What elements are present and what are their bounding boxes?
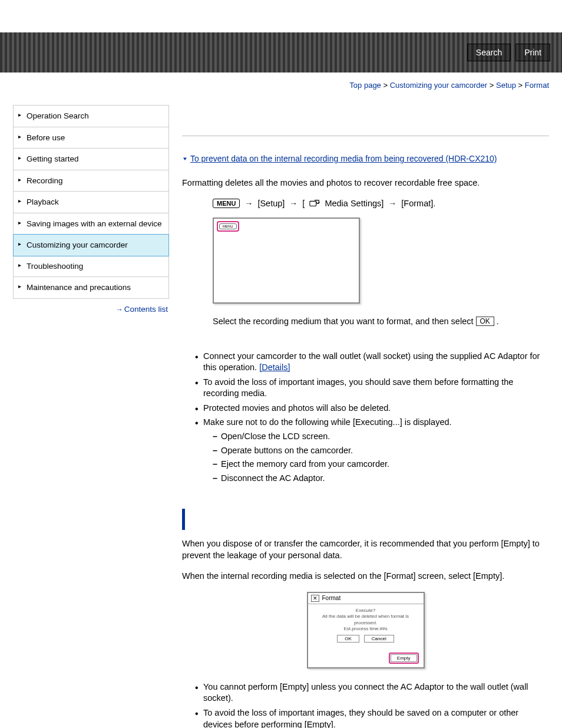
arrow-icon: → xyxy=(289,199,297,208)
breadcrumb-format[interactable]: Format xyxy=(525,81,549,90)
dialog-line3: Est.process time:##s xyxy=(313,626,419,632)
note-item: Make sure not to do the following while … xyxy=(195,417,549,484)
sidebar-list: Operation Search Before use Getting star… xyxy=(13,105,169,299)
sidebar-item-maintenance[interactable]: Maintenance and precautions xyxy=(14,277,168,298)
intro-paragraph: Formatting deletes all the movies and ph… xyxy=(182,177,549,189)
path-setup: [Setup] xyxy=(257,199,285,208)
arrow-icon: → xyxy=(244,199,253,208)
para-select-empty: When the internal recording media is sel… xyxy=(182,571,549,582)
toc-prevent-recovery-link[interactable]: To prevent data on the internal recordin… xyxy=(182,154,497,163)
breadcrumb-customizing[interactable]: Customizing your camcorder xyxy=(390,81,487,90)
dialog-line2: All the data will be deleted when format… xyxy=(313,614,419,626)
sidebar: Operation Search Before use Getting star… xyxy=(13,94,169,728)
dialog-cancel-button: Cancel xyxy=(364,635,394,643)
empty-button-highlight: Empty xyxy=(389,653,419,664)
menu-button-icon: MENU xyxy=(213,199,240,208)
breadcrumb-setup[interactable]: Setup xyxy=(496,81,516,90)
notes-list-1: Connect your camcorder to the wall outle… xyxy=(182,351,549,485)
dialog-line1: Execute? xyxy=(313,608,419,614)
close-icon: ✕ xyxy=(311,595,319,602)
note-item: Connect your camcorder to the wall outle… xyxy=(195,351,549,374)
svg-rect-0 xyxy=(310,201,316,206)
path-format: [Format]. xyxy=(401,199,435,208)
sidebar-item-playback[interactable]: Playback xyxy=(14,192,168,213)
arrow-icon: → xyxy=(388,199,396,208)
format-dialog-mockup: ✕ Format Execute? All the data will be d… xyxy=(307,592,425,668)
header-band: Search Print xyxy=(0,32,562,73)
menu-path: MENU → [Setup] → [Media Settings] → [For… xyxy=(213,199,549,208)
note-item: To avoid the loss of important images, t… xyxy=(195,707,549,728)
path-bracket: [ xyxy=(302,199,305,208)
divider xyxy=(182,136,549,136)
details-link[interactable]: [Details] xyxy=(259,363,290,372)
sidebar-item-operation-search[interactable]: Operation Search xyxy=(14,106,168,127)
menu-chip-label: MENU xyxy=(219,223,237,229)
dash-item: Eject the memory card from your camcorde… xyxy=(213,459,549,470)
breadcrumb-sep: > xyxy=(490,81,494,90)
media-settings-icon xyxy=(309,199,320,207)
dash-item: Open/Close the LCD screen. xyxy=(213,431,549,443)
path-media: Media Settings] xyxy=(325,199,384,208)
select-text-b: . xyxy=(497,317,499,326)
ok-button-icon: OK xyxy=(476,317,494,326)
para-dispose: When you dispose of or transfer the camc… xyxy=(182,538,549,561)
breadcrumb-sep: > xyxy=(518,81,523,90)
dialog-ok-button: OK xyxy=(337,635,359,643)
dialog-title: Format xyxy=(322,595,341,601)
breadcrumb: Top page > Customizing your camcorder > … xyxy=(0,73,562,94)
section-anchor xyxy=(182,509,549,530)
search-button[interactable]: Search xyxy=(467,44,511,61)
sidebar-item-saving-images[interactable]: Saving images with an external device xyxy=(14,213,168,235)
sidebar-item-before-use[interactable]: Before use xyxy=(14,127,168,149)
select-text-a: Select the recording medium that you wan… xyxy=(213,317,474,326)
main-content: To prevent data on the internal recordin… xyxy=(169,94,549,728)
sidebar-item-getting-started[interactable]: Getting started xyxy=(14,149,168,170)
sidebar-item-troubleshooting[interactable]: Troubleshooting xyxy=(14,256,168,278)
dash-list: Open/Close the LCD screen. Operate butto… xyxy=(203,431,549,484)
dash-item: Disconnect the AC Adaptor. xyxy=(213,473,549,485)
sidebar-item-customizing[interactable]: Customizing your camcorder xyxy=(13,234,169,256)
note-item: To avoid the loss of important images, y… xyxy=(195,377,549,400)
breadcrumb-top[interactable]: Top page xyxy=(349,81,381,90)
contents-list-link[interactable]: Contents list xyxy=(124,305,168,314)
dialog-empty-button: Empty xyxy=(391,654,417,662)
note-item: You cannot perform [Empty] unless you co… xyxy=(195,681,549,704)
select-instruction: Select the recording medium that you wan… xyxy=(213,317,549,326)
print-button[interactable]: Print xyxy=(515,44,550,61)
note-item: Protected movies and photos will also be… xyxy=(195,403,549,414)
menu-chip-highlight: MENU xyxy=(217,221,239,232)
screen-mockup: MENU xyxy=(213,218,360,304)
breadcrumb-sep: > xyxy=(383,81,388,90)
dash-item: Operate buttons on the camcorder. xyxy=(213,445,549,457)
sidebar-item-recording[interactable]: Recording xyxy=(14,170,168,192)
notes-list-2: You cannot perform [Empty] unless you co… xyxy=(182,681,549,728)
